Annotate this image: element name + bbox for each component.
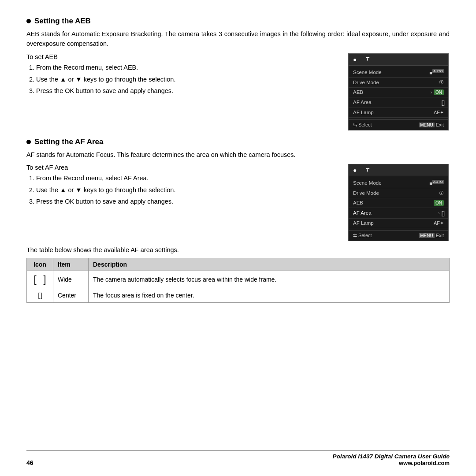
aeb-row-afarea: AF Area [ ] [349,97,448,108]
table-header-row: Icon Item Description [27,258,450,271]
aeb-cam-camera-icon: ● [353,56,357,63]
af-cam-t-label: T [365,167,369,174]
aeb-drive-label: Drive Mode [353,80,379,85]
aeb-screenshot-col: ● T Scene Mode ■AUTO Drive Mode ⑦̇ [348,52,450,130]
table-row: [ ] Center The focus area is fixed on th… [27,288,450,302]
af-area-cam-body: Scene Mode ■AUTO Drive Mode ⑦̇ AEB [349,176,448,230]
af-on-badge: ON [434,200,444,206]
af-menu-badge: MENU [419,233,434,238]
af-drive-label: Drive Mode [353,190,379,196]
af-area-cam-header: ● T [349,164,448,176]
af-row-drive: Drive Mode ⑦̇ [349,188,448,198]
aeb-aflamp-label: AF Lamp [353,110,374,115]
wide-icon-cell: [ ] [27,271,53,288]
af-aeb-label: AEB [353,200,363,205]
af-step-1: From the Record menu, select AF Area. [36,173,339,184]
af-drive-value: ⑦̇ [439,190,444,196]
aeb-drive-value: ⑦̇ [439,79,444,86]
page: Setting the AEB AEB stands for Automatic… [0,0,476,476]
table-row: [ ] Wide The camera automatically select… [27,271,450,288]
aeb-row-aflamp: AF Lamp AF✦ [349,108,448,118]
af-afarea-label: AF Area [353,210,372,216]
af-row-afarea: AF Area › [ ] [349,208,448,219]
footer-brand: Polaroid i1437 Digital Camera User Guide… [332,453,450,466]
aeb-aflamp-value: AF✦ [434,110,444,115]
af-footer-select: ⇆ Select [353,233,372,238]
page-number: 46 [26,459,33,466]
aeb-bullet [26,19,31,23]
af-area-screenshot-col: ● T Scene Mode ■AUTO Drive Mode ⑦̇ [348,162,450,241]
af-area-bullet [26,140,31,144]
af-area-intro: AF stands for Automatic Focus. This feat… [26,150,450,160]
af-row-aeb: AEB ON [349,198,448,208]
wide-description: The camera automatically selects focus a… [89,271,450,288]
center-item: Center [53,288,89,302]
aeb-cam-screen: ● T Scene Mode ■AUTO Drive Mode ⑦̇ [348,53,449,130]
af-area-steps-list: From the Record menu, select AF Area. Us… [36,173,339,207]
aeb-on-badge: ON [434,89,444,95]
af-area-to-set: To set AF Area [26,164,339,171]
center-icon-cell: [ ] [27,288,53,302]
aeb-select-arrow-icon: ⇆ [353,122,357,128]
af-afarea-value: › [ ] [438,210,444,216]
aeb-heading: Setting the AEB [26,17,450,26]
af-cam-camera-icon: ● [353,167,357,174]
af-area-cam-screen: ● T Scene Mode ■AUTO Drive Mode ⑦̇ [348,164,449,241]
aeb-step-2: Use the ▲ or ▼ keys to go through the se… [36,74,339,85]
aeb-intro: AEB stands for Automatic Exposure Bracke… [26,29,450,49]
aeb-aeb-value: › ON [431,89,444,95]
page-footer: 46 Polaroid i1437 Digital Camera User Gu… [26,450,450,466]
afarea-bracket-icon-2: [ ] [442,210,444,216]
aeb-footer-select: ⇆ Select [353,122,372,128]
table-body: [ ] Wide The camera automatically select… [27,271,450,302]
af-select-label: Select [358,233,372,238]
aeb-exit-label: Exit [436,122,444,127]
aeb-arrow: › [431,90,432,95]
af-row-scene: Scene Mode ■AUTO [349,178,448,188]
aeb-footer-exit: MENU Exit [419,122,444,128]
af-aflamp-label: AF Lamp [353,220,374,226]
wide-item: Wide [53,271,89,288]
aeb-to-set: To set AEB [26,53,339,60]
aeb-heading-text: Setting the AEB [34,17,91,26]
af-scene-label: Scene Mode [353,180,382,186]
af-area-steps-col: To set AF Area From the Record menu, sel… [26,162,339,241]
aeb-section: Setting the AEB AEB stands for Automatic… [26,17,450,130]
af-step-3: Press the OK button to save and apply ch… [36,196,339,207]
aeb-steps-col: To set AEB From the Record menu, select … [26,52,339,130]
af-step-2: Use the ▲ or ▼ keys to go through the se… [36,185,339,196]
bracket-right-wide: ] [44,275,46,284]
aeb-steps-list: From the Record menu, select AEB. Use th… [36,62,339,97]
col-item: Item [53,258,89,271]
aeb-step-3: Press the OK button to save and apply ch… [36,86,339,97]
af-row-aflamp: AF Lamp AF✦ [349,219,448,228]
brand-title: Polaroid i1437 Digital Camera User Guide [332,453,450,460]
aeb-afarea-value: [ ] [442,99,444,106]
af-area-content: To set AF Area From the Record menu, sel… [26,162,450,241]
aeb-row-scene: Scene Mode ■AUTO [349,67,448,78]
afarea-bracket-icon-1: [ ] [442,99,444,106]
af-aeb-value: ON [434,200,444,206]
af-aflamp-value: AF✦ [434,220,444,226]
aeb-row-aeb: AEB › ON [349,88,448,97]
bracket-space [37,275,44,283]
aeb-step-1: From the Record menu, select AEB. [36,62,339,73]
af-select-arrow-icon: ⇆ [353,233,357,238]
aeb-row-drive: Drive Mode ⑦̇ [349,78,448,88]
aeb-menu-badge: MENU [419,123,434,127]
aeb-cam-footer: ⇆ Select MENU Exit [349,119,448,130]
af-footer-exit: MENU Exit [419,233,444,238]
aeb-cam-header: ● T [349,54,448,66]
camera-icon-2: ■AUTO [429,180,444,186]
aeb-scene-value: ■AUTO [429,69,444,75]
col-description: Description [89,258,450,271]
af-area-heading: Setting the AF Area [26,138,450,146]
aeb-select-label: Select [358,122,372,127]
col-icon: Icon [27,258,53,271]
center-description: The focus area is fixed on the center. [89,288,450,302]
aeb-cam-body: Scene Mode ■AUTO Drive Mode ⑦̇ AEB [349,66,448,119]
af-area-section: Setting the AF Area AF stands for Automa… [26,138,450,241]
aeb-content: To set AEB From the Record menu, select … [26,52,450,130]
camera-icon-1: ■AUTO [429,69,444,75]
af-area-heading-text: Setting the AF Area [34,138,103,146]
